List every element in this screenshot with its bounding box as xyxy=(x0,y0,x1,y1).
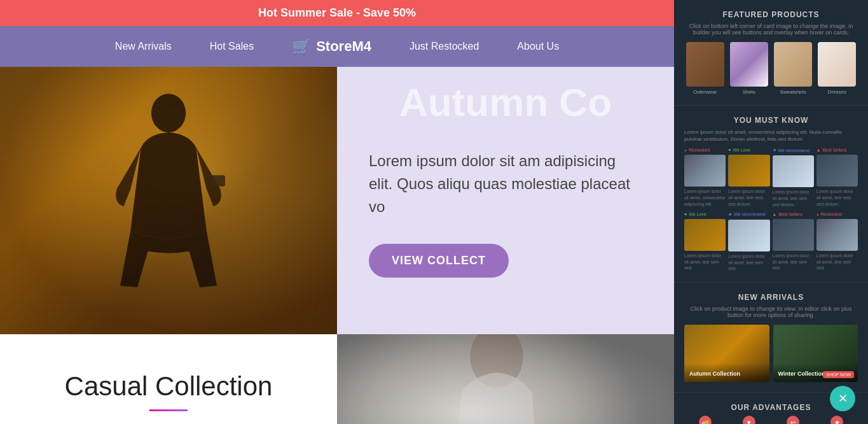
nav-link-about-us[interactable]: About Us xyxy=(517,41,559,52)
ymk-text-8: Lorem ipsum dolor sit amet, tele sem sed… xyxy=(816,253,858,271)
ymk-item-2: ♥ We Love Lorem ipsum dolor sit amet, te… xyxy=(728,148,769,208)
ymk-tag-7: ▲ Best Sellers xyxy=(773,212,814,216)
promo-text: Hot Summer Sale - Save 50% xyxy=(258,6,416,19)
ymk-tag-icon-8: ⬥ xyxy=(816,212,819,216)
hero-image-left xyxy=(0,67,337,334)
main-content: Hot Summer Sale - Save 50% New Arrivals … xyxy=(0,0,674,424)
returns-icon: ↩ xyxy=(787,416,799,424)
ymk-tag-icon-1: ⬥ xyxy=(684,148,687,152)
logo-text: StoreM4 xyxy=(316,38,371,55)
nav-item-about-us[interactable]: About Us xyxy=(517,41,559,52)
new-arrivals-subtitle: Click on product image to change its vie… xyxy=(684,306,858,318)
ymk-intro: Lorem ipsum dolor sit amet, consectetur … xyxy=(684,129,858,143)
featured-label-dresses: Dresses xyxy=(828,89,846,95)
ymk-tag-1: ⬥ Restocked xyxy=(684,148,726,152)
you-must-know-title: YOU MUST KNOW xyxy=(684,116,858,125)
na-item-title-autumn: Autumn Collection xyxy=(689,371,740,377)
ymk-tag-icon-7: ▲ xyxy=(773,212,777,216)
svg-rect-2 xyxy=(337,334,674,424)
close-icon: ✕ xyxy=(838,392,848,406)
svg-point-3 xyxy=(470,334,523,388)
ymk-tag-icon-6: ★ xyxy=(728,212,732,217)
na-item-title-winter: Winter Collection xyxy=(778,371,825,377)
ymk-tag-2: ♥ We Love xyxy=(728,148,769,152)
our-advantages-grid: 🚚 Fast & Free Delivery ♥ We Love Our Cus… xyxy=(684,416,858,424)
ymk-img-6 xyxy=(728,220,769,251)
ymk-text-3: Lorem ipsum dolor sit amet, tele sem sed… xyxy=(773,189,814,208)
ymk-tag-icon-5: ♥ xyxy=(684,212,687,216)
featured-label-outwear: Outerwear xyxy=(693,89,717,95)
featured-products-grid: Outerwear Shirts Sweatshirts Dresses xyxy=(684,42,858,95)
ymk-img-5 xyxy=(684,219,726,251)
featured-products-subtitle: Click on bottom left corner of card imag… xyxy=(684,23,858,36)
ymk-item-6: ★ We recommend Lorem ipsum dolor sit ame… xyxy=(728,212,769,272)
featured-img-sweatshirts xyxy=(774,42,812,87)
ymk-tag-6: ★ We recommend xyxy=(728,212,769,217)
featured-label-sweatshirts: Sweatshirts xyxy=(780,89,806,95)
ymk-tag-5: ♥ We Love xyxy=(684,212,726,216)
featured-img-dresses xyxy=(818,42,856,87)
right-panel: FEATURED PRODUCTS Click on bottom left c… xyxy=(674,0,868,424)
new-arrivals-title: NEW ARRIVALS xyxy=(684,293,858,302)
casual-collection: Casual Collection Lorem ipsum dolor sit … xyxy=(0,334,337,424)
nav-logo[interactable]: 🛒 StoreM4 xyxy=(292,38,371,55)
featured-products-section: FEATURED PRODUCTS Click on bottom left c… xyxy=(674,0,868,106)
na-shop-now-btn[interactable]: SHOP NOW xyxy=(823,371,854,378)
new-arrivals-grid: Autumn Collection Winter Collection SHOP… xyxy=(684,325,858,382)
ymk-item-1: ⬥ Restocked Lorem ipsum dolor sit amet, … xyxy=(684,148,726,208)
svg-rect-1 xyxy=(210,175,225,186)
featured-item-shirts[interactable]: Shirts xyxy=(728,42,769,95)
ymk-item-4: ▲ Best Sellers Lorem ipsum dolor sit ame… xyxy=(816,148,858,208)
nav-links: New Arrivals Hot Sales 🛒 StoreM4 Just Re… xyxy=(115,38,559,55)
quality-icon: ★ xyxy=(830,416,843,424)
promo-banner[interactable]: Hot Summer Sale - Save 50% xyxy=(0,0,674,26)
delivery-icon: 🚚 xyxy=(699,416,712,424)
ymk-img-2 xyxy=(728,155,769,187)
oa-item-quality: ★ Best Quality xyxy=(816,416,858,424)
view-collection-button[interactable]: VIEW COLLECT xyxy=(369,244,509,278)
navbar: New Arrivals Hot Sales 🛒 StoreM4 Just Re… xyxy=(0,26,674,67)
oa-item-delivery: 🚚 Fast & Free Delivery xyxy=(684,416,726,424)
na-item-autumn[interactable]: Autumn Collection xyxy=(684,325,769,382)
you-must-know-section: YOU MUST KNOW Lorem ipsum dolor sit amet… xyxy=(674,106,868,283)
nav-item-hot-sales[interactable]: Hot Sales xyxy=(210,41,254,52)
ymk-img-4 xyxy=(816,155,858,187)
oa-item-love: ♥ We Love Our Customers xyxy=(728,416,769,424)
ymk-item-3: ★ We recommend Lorem ipsum dolor sit ame… xyxy=(773,148,814,208)
featured-item-dresses[interactable]: Dresses xyxy=(816,42,858,95)
casual-title: Casual Collection xyxy=(32,371,305,402)
featured-products-title: FEATURED PRODUCTS xyxy=(684,10,858,19)
love-icon: ♥ xyxy=(743,416,755,424)
hero-text-right: Autumn Co Lorem ipsum dolor sit am adipi… xyxy=(337,67,674,334)
ymk-tag-icon-3: ★ xyxy=(773,148,776,153)
new-arrivals-section: NEW ARRIVALS Click on product image to c… xyxy=(674,283,868,393)
featured-item-sweatshirts[interactable]: Sweatshirts xyxy=(773,42,814,95)
hero-body-text: Lorem ipsum dolor sit am adipisicing eli… xyxy=(369,150,642,218)
svg-point-0 xyxy=(151,94,186,132)
nav-link-hot-sales[interactable]: Hot Sales xyxy=(210,41,254,52)
nav-link-just-restocked[interactable]: Just Restocked xyxy=(410,41,479,52)
ymk-img-3 xyxy=(773,155,814,187)
ymk-row-1: ⬥ Restocked Lorem ipsum dolor sit amet, … xyxy=(684,148,858,208)
bottom-hero-image xyxy=(337,334,674,424)
ymk-img-8 xyxy=(816,219,858,251)
ymk-text-1: Lorem ipsum dolor sit amet, consectetur … xyxy=(684,188,726,207)
ymk-row-2: ♥ We Love Lorem ipsum dolor sit amet, te… xyxy=(684,212,858,272)
featured-label-shirts: Shirts xyxy=(743,89,755,95)
close-button[interactable]: ✕ xyxy=(830,386,855,411)
ymk-tag-8: ⬥ Restocked xyxy=(816,212,858,216)
autumn-heading: Autumn Co xyxy=(337,80,674,125)
ymk-text-6: Lorem ipsum dolor sit amet, tele sem sed… xyxy=(728,253,769,272)
ymk-item-7: ▲ Best Sellers Lorem ipsum dolor sit ame… xyxy=(773,212,814,272)
ymk-text-2: Lorem ipsum dolor sit amet, tele sem sed… xyxy=(728,188,769,207)
na-item-winter[interactable]: Winter Collection SHOP NOW xyxy=(773,325,858,382)
featured-img-shirts xyxy=(730,42,768,87)
ymk-text-7: Lorem ipsum dolor sit amet, tele sem sed… xyxy=(773,253,814,271)
ymk-tag-4: ▲ Best Sellers xyxy=(816,148,858,152)
bottom-section: Casual Collection Lorem ipsum dolor sit … xyxy=(0,334,674,424)
nav-item-new-arrivals[interactable]: New Arrivals xyxy=(115,41,172,52)
casual-body: Lorem ipsum dolor sit amet, consectetur … xyxy=(32,421,305,424)
nav-item-just-restocked[interactable]: Just Restocked xyxy=(410,41,479,52)
nav-link-new-arrivals[interactable]: New Arrivals xyxy=(115,41,172,52)
featured-item-outwear[interactable]: Outerwear xyxy=(684,42,726,95)
